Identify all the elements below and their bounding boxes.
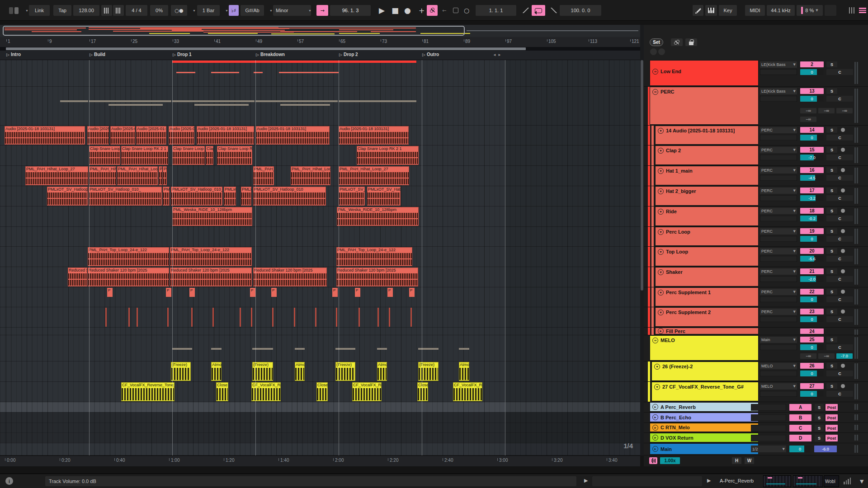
input-routing-box[interactable] [760,316,797,322]
clip-26-freeze-2[interactable]: Atmos [211,362,222,381]
clip-hat-2-bigger[interactable]: PMLxOT_SV_Hatloop_010_ [224,187,236,206]
output-routing-select[interactable]: PERC▼ [760,188,797,194]
device-chain-play-icon[interactable]: ▶ [707,478,711,483]
post-toggle[interactable]: Post [826,435,838,441]
clip-14-audio-2025-01-18-103131[interactable]: Audio [2025-01-18 103131] [256,126,330,145]
time-label[interactable]: 2:40 [444,458,453,463]
clip-hat-2-bigger[interactable]: PMLxOT_SV_Hatloop_010 [253,187,326,206]
arrangement-row-main[interactable] [0,443,640,455]
locator-build[interactable]: ▷Build [90,52,105,57]
clip-perc-supplement-2[interactable] [240,308,241,327]
ruler-bar-label[interactable]: 33 [174,39,179,44]
clip-27-cf-vocalfx-reverse-tone-g[interactable]: Close [417,382,428,401]
clip-melo[interactable] [211,348,222,350]
track-number-badge[interactable]: 19 [800,228,824,234]
clip-hat-1-main[interactable]: PML_PAH_Hihat_Loop_27 [159,166,162,185]
mixer-view-icon[interactable] [846,5,857,16]
volume-slider[interactable]: -0.2 [800,216,824,221]
time-label[interactable]: 0:00 [7,458,15,463]
track-header-ride[interactable]: ▾RidePERC▼18S-0.2C [644,206,868,227]
solo-button[interactable]: S [815,425,824,432]
device-thumbnail[interactable] [763,475,791,487]
ruler-bar-label[interactable]: 17 [91,39,96,44]
ruler-bar-label[interactable]: 97 [507,39,512,44]
output-routing-select[interactable]: PERC▼ [760,248,797,254]
clip-low-end[interactable] [279,72,339,73]
clip-shaker[interactable]: Reduced Shaker 120 bpm [2025 [253,267,327,286]
automation-mode-button[interactable] [671,38,683,46]
track-header-26-freeze-2[interactable]: ▾26 (Freeze)-2MELO▼26S0C [644,361,868,382]
ruler-bar-label[interactable]: 57 [299,39,304,44]
track-name-box[interactable]: ▸Main [650,443,759,455]
capture-midi-button[interactable] [450,5,461,16]
track-number-badge[interactable]: 23 [800,309,824,314]
return-letter-badge[interactable]: A [789,404,811,411]
track-header-clap-2[interactable]: ▾Clap 2PERC▼15S-7.0C [644,145,868,166]
solo-button[interactable]: S [826,289,837,295]
locator-outro[interactable]: ▷Outro [422,52,439,57]
time-label[interactable]: 3:00 [499,458,508,463]
unfold-icon[interactable]: ▾ [658,229,664,235]
solo-button[interactable]: S [815,404,824,411]
track-name-box[interactable]: ▾26 (Freeze)-2 [651,361,759,381]
midi-map-button[interactable]: MIDI [745,5,765,16]
track-name-box[interactable]: ▾Perc Loop [655,227,759,246]
volume-slider[interactable]: 0 [800,135,824,141]
output-routing-select[interactable]: MELO▼ [760,383,797,389]
clip-perc[interactable] [60,100,88,102]
output-routing-select[interactable]: PERC▼ [760,127,797,133]
arrangement-row-hat-1-main[interactable]: PML_PAH_Hihat_Loop_27PML_PAH_Hihat_Loop_… [0,166,640,186]
scale-root-select[interactable]: G#/Ab [241,5,264,16]
input-routing-box[interactable] [760,216,797,221]
crossfade-button[interactable]: C [826,135,853,141]
clip-hat-1-main[interactable]: PML_PAH_Hihat_Loop_27 [339,166,409,185]
ruler-bar-label[interactable]: 89 [465,39,470,44]
clip-melo[interactable] [377,348,387,350]
clip-top-loop[interactable]: PML_PAH_Top_Loop_24-e_122 [170,247,252,266]
volume-slider[interactable]: 0 [789,446,811,452]
unfold-icon[interactable]: ▾ [654,384,660,390]
volume-slider[interactable]: -5.6 [800,256,824,262]
clip-hat-1-main[interactable]: PML_PAH_Hihat_Loop_27 [291,166,330,185]
clip-perc-supplement-2[interactable] [294,308,295,327]
return-letter-badge[interactable]: B [789,414,811,421]
volume-slider[interactable]: 0 [800,69,824,75]
clip-27-cf-vocalfx-reverse-tone-g[interactable]: Close [316,382,328,401]
arm-button[interactable] [841,269,845,273]
track-header-perc[interactable]: ≡PERCLE(Kick Bass▼13S0C−∞−∞−∞−∞ [644,87,868,126]
time-label[interactable]: 0:40 [116,458,125,463]
unfold-icon[interactable]: ▾ [658,168,664,174]
group-fold-icon[interactable]: ≡ [652,69,658,75]
clip-27-cf-vocalfx-reverse-tone-g[interactable]: CF_VocalFX_Reverse_Tone_G# [251,382,281,401]
volume-slider[interactable]: 0 [800,96,824,102]
track-number-badge[interactable]: 15 [800,147,824,153]
clip-perc[interactable] [172,100,255,102]
ruler-bar-label[interactable]: 105 [548,39,556,44]
track-name-box[interactable]: ▸A Perc_Reverb [650,402,759,412]
crossfade-button[interactable]: C [826,155,853,160]
volume-slider[interactable]: 0 [800,344,824,350]
arrangement-row-a-perc-reverb[interactable] [0,402,640,413]
clip-perc-supplement-2[interactable] [410,308,412,327]
swing-field[interactable]: 0% [150,5,168,16]
fold-icon[interactable]: ▸ [652,414,658,420]
arrangement-position-field[interactable]: 96. 1. 3 [330,5,371,16]
clip-clap-2[interactable]: Clap Snare Loop RK 2 1 [206,146,213,165]
track-name-box[interactable]: ▾27 CF_VocalFX_Reverse_Tone_G# [651,382,759,401]
volume-slider[interactable]: 0 [800,391,824,397]
track-name-box[interactable]: ▾14 Audio [2025-01-18 103131] [655,126,759,145]
track-header-hat-2-bigger[interactable]: ▾Hat 2_biggerPERC▼17S-3.2C [644,186,868,206]
solo-button[interactable]: S [826,88,837,94]
crossfade-button[interactable]: C [826,175,853,181]
arrangement-row-hat-2-bigger[interactable]: PMLxOT_SV_Hatloop_010_PMLxOT_SV_Hatloop_… [0,186,640,206]
preview-play-icon[interactable]: ▶ [584,478,588,483]
clip-ride[interactable]: PML_Weska_RIDE_10_128bpm [337,207,419,226]
draw-mode-button[interactable] [693,5,703,16]
clip-perc[interactable] [89,100,171,102]
ruler-bar-label[interactable]: 113 [590,39,597,44]
track-header-27-cf-vocalfx-reverse-tone-g[interactable]: ▾27 CF_VocalFX_Reverse_Tone_G#MELO▼27S0C [644,382,868,402]
input-routing-box[interactable] [760,391,797,397]
device-thumbnail-wobble[interactable]: Wobl [824,475,839,487]
clip-perc-supplement-2[interactable] [128,308,130,327]
clip-perc-supplement-2[interactable] [212,308,214,327]
